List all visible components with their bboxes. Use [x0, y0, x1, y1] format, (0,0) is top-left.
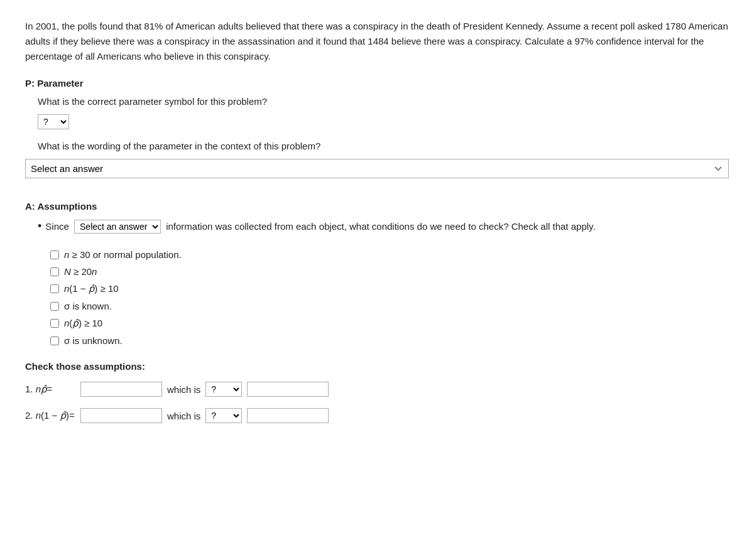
bullet-dot: • [38, 219, 41, 234]
checkbox-N20n-label: N ≥ 20n [64, 266, 97, 277]
checkbox-n1p-label: n(1 − p̂) ≥ 10 [64, 283, 119, 294]
row2-comparison-select[interactable]: ? ≥ 10 < 10 [205, 408, 242, 423]
checkbox-sigma-known[interactable] [50, 302, 59, 311]
question2-text: What is the wording of the parameter in … [38, 141, 729, 151]
checkbox-item-3: n(1 − p̂) ≥ 10 [50, 283, 729, 294]
row2-label: 2. n(1 − p̂)= [25, 410, 75, 421]
checkbox-item-4: σ is known. [50, 301, 729, 311]
row1-result-input[interactable] [247, 382, 329, 397]
check-assumptions-heading: Check those assumptions: [25, 361, 729, 372]
checkboxes-group: n ≥ 30 or normal population. N ≥ 20n n(1… [50, 249, 729, 346]
row1-comparison-select[interactable]: ? ≥ 10 < 10 [205, 382, 242, 397]
row2-which-label: which is [167, 411, 200, 421]
checkbox-sigma-unknown[interactable] [50, 337, 59, 345]
checkbox-item-1: n ≥ 30 or normal population. [50, 249, 729, 260]
checkbox-np[interactable] [50, 319, 59, 328]
parameter-heading: P: Parameter [25, 78, 729, 89]
checkbox-item-2: N ≥ 20n [50, 266, 729, 277]
row2-input[interactable] [80, 408, 162, 423]
checkbox-sigma-known-label: σ is known. [64, 301, 112, 311]
assumptions-heading: A: Assumptions [25, 201, 729, 212]
parameter-answer-select[interactable]: Select an answer the proportion of all A… [25, 159, 729, 178]
checkbox-item-5: n(p̂) ≥ 10 [50, 318, 729, 329]
intro-paragraph: In 2001, the polls found that 81% of Ame… [25, 19, 729, 64]
checkbox-n30-label: n ≥ 30 or normal population. [64, 249, 182, 260]
since-select[interactable]: Select an answer quantitative categorica… [74, 220, 161, 234]
row1-input[interactable] [80, 382, 162, 397]
checkbox-sigma-unknown-label: σ is unknown. [64, 335, 123, 346]
since-bullet: • Since Select an answer quantitative ca… [38, 219, 729, 234]
since-label: Since [45, 221, 69, 232]
checkbox-np-label: n(p̂) ≥ 10 [64, 318, 102, 329]
checkbox-n1p[interactable] [50, 284, 59, 293]
checkbox-n30[interactable] [50, 250, 59, 259]
row1-label: 1. np̂= [25, 384, 75, 395]
assumption-row-2: 2. n(1 − p̂)= which is ? ≥ 10 < 10 [25, 408, 729, 423]
bullet-text: Since Select an answer quantitative cate… [45, 219, 729, 234]
row1-which-label: which is [167, 384, 200, 395]
checkbox-N20n[interactable] [50, 267, 59, 276]
row2-result-input[interactable] [247, 408, 329, 423]
checkbox-item-6: σ is unknown. [50, 335, 729, 346]
assumption-row-1: 1. np̂= which is ? ≥ 10 < 10 [25, 382, 729, 397]
question1-text: What is the correct parameter symbol for… [38, 96, 729, 107]
symbol-select[interactable]: ? p p̂ μ x̄ σ s [38, 114, 69, 129]
since-after-text: information was collected from each obje… [166, 221, 595, 232]
